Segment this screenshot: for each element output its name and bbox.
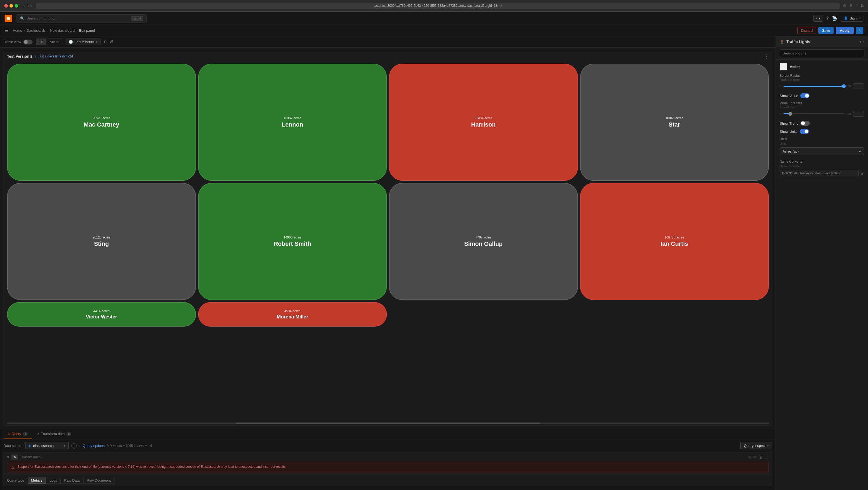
close-button[interactable] <box>4 4 8 8</box>
stat-value: 15387 acres <box>284 116 302 120</box>
tab-query-label: Query <box>12 432 21 436</box>
query-type-raw-data[interactable]: Raw Data <box>61 477 83 484</box>
stat-card-victor-wester[interactable]: 4414 acres Victor Wester <box>7 302 196 327</box>
query-options-toggle[interactable]: Query options <box>83 444 105 448</box>
stat-card-morena-miller[interactable]: 4594 acres Morena Miller <box>198 302 387 327</box>
more-icon[interactable]: ⋮ <box>765 455 769 459</box>
query-collapse-icon[interactable]: ▾ <box>7 455 9 460</box>
query-type-metrics[interactable]: Metrics <box>28 477 46 484</box>
discard-button[interactable]: Discard <box>797 27 816 34</box>
breadcrumb-sep-1: › <box>24 28 25 33</box>
stat-name: Star <box>669 121 680 128</box>
zoom-out-icon[interactable]: ⊖ <box>104 39 107 44</box>
chevron-right-icon[interactable]: › <box>863 39 864 44</box>
forward-icon[interactable]: › <box>31 3 33 8</box>
eye-icon[interactable]: 👁 <box>753 455 757 459</box>
br-thumb[interactable] <box>842 84 846 88</box>
dropdown-icon[interactable]: ▾ <box>859 39 862 44</box>
stat-card-harrison[interactable]: 91404 acres Harrison <box>389 64 578 181</box>
new-item-button[interactable]: + ▾ <box>813 15 823 22</box>
tab-query-badge: 1 <box>23 432 28 436</box>
download-icon[interactable]: ⊕ <box>843 3 846 8</box>
refresh-icon[interactable]: ↺ <box>110 39 113 44</box>
panel-options-button[interactable]: ⋮ <box>764 54 769 59</box>
stat-card-ian-curtis[interactable]: 168736 acres Ian Curtis <box>580 183 769 300</box>
minimize-button[interactable] <box>9 4 13 8</box>
apply-button[interactable]: Apply <box>836 27 854 34</box>
stat-card-star[interactable]: 10049 acres Star <box>580 64 769 181</box>
panel-header: Test Version 2 ℹ Last 2 days timeshift -… <box>4 51 772 62</box>
breadcrumb-new-dashboard[interactable]: New dashboard <box>50 28 74 33</box>
tabs-icon[interactable]: ⧉ <box>861 3 864 8</box>
new-tab-icon[interactable]: + <box>856 3 858 8</box>
search-bar[interactable]: 🔍 Search or jump to... cmd+k <box>17 14 147 23</box>
show-units-toggle[interactable] <box>800 129 809 134</box>
fs-thumb[interactable] <box>788 112 792 116</box>
border-radius-slider: 0 100 100 <box>780 84 864 89</box>
color-swatch[interactable] <box>780 63 787 70</box>
fs-min: 5 <box>780 112 781 116</box>
delete-icon[interactable]: 🗑 <box>759 455 763 459</box>
query-type-logs[interactable]: Logs <box>46 477 60 484</box>
color-label: #etftet <box>790 65 800 69</box>
units-select[interactable]: Acres (ac) ▾ <box>780 148 864 155</box>
collapse-button[interactable]: ∧ <box>856 27 863 34</box>
dashboard-panel: Test Version 2 ℹ Last 2 days timeshift -… <box>3 51 772 425</box>
search-options-input[interactable] <box>780 49 864 57</box>
datasource-select[interactable]: ◈ elasticsearch ▾ <box>25 442 69 449</box>
font-size-label: Value Font Size <box>780 101 864 105</box>
show-trend-toggle[interactable] <box>801 121 810 126</box>
topbar: ⊕ 🔍 Search or jump to... cmd+k + ▾ ? 📡 👤… <box>0 12 868 25</box>
right-panel-search <box>776 47 868 60</box>
datasource-info-icon[interactable]: i <box>71 443 77 449</box>
time-range-picker[interactable]: 🕐 Last 6 hours ▾ <box>66 38 100 45</box>
name-converter-input[interactable]: fbc6c30b-0bbb-4d47-8e66-4ec5aa8c0a94:N <box>780 170 859 176</box>
window-controls-icon[interactable]: ⊞ <box>22 3 25 8</box>
fs-track[interactable] <box>783 113 844 115</box>
panel-toolbar: Table view Fill Actual 🕐 Last 6 hours ▾ … <box>0 36 776 48</box>
maximize-button[interactable] <box>14 4 18 8</box>
back-icon[interactable]: ‹ <box>27 3 29 8</box>
actual-button[interactable]: Actual <box>46 38 62 45</box>
tab-query[interactable]: ≡ Query 1 <box>3 429 32 439</box>
fill-button[interactable]: Fill <box>36 38 46 45</box>
scroll-thumb[interactable] <box>236 423 540 424</box>
stat-name: Mac Cartney <box>84 121 119 128</box>
br-fill <box>783 86 844 87</box>
stat-card-sting[interactable]: 26126 acres Sting <box>7 183 196 300</box>
table-view-switch[interactable] <box>23 39 33 44</box>
share-icon[interactable]: ⬆ <box>849 3 853 8</box>
show-units-label: Show Units <box>780 130 798 134</box>
sign-in-button[interactable]: 👤 Sign in <box>841 15 863 22</box>
units-value: Acres (ac) <box>783 149 799 153</box>
menu-icon[interactable]: ☰ <box>5 28 8 33</box>
search-shortcut: cmd+k <box>131 16 143 21</box>
font-size-input[interactable]: 16 <box>853 111 864 117</box>
scroll-indicator <box>7 423 769 424</box>
browser-url-bar[interactable]: localhost:3000/d/a730c496-5b42-4650-8f59… <box>36 3 840 9</box>
help-icon[interactable]: ? <box>826 16 829 21</box>
stat-value: 4594 acres <box>284 309 300 313</box>
stat-card-mac-cartney[interactable]: 26525 acres Mac Cartney <box>7 64 196 181</box>
stat-card-simon-gallup[interactable]: 7707 acres Simon Gallup <box>389 183 578 300</box>
query-type-raw-document[interactable]: Raw Document <box>83 477 114 484</box>
stat-card-robert-smith[interactable]: 14966 acres Robert Smith <box>198 183 387 300</box>
tab-transform[interactable]: ⤢ Transform data 0 <box>32 429 75 439</box>
breadcrumb-home[interactable]: Home <box>13 28 22 33</box>
stat-value: 10049 acres <box>665 116 683 120</box>
border-radius-input[interactable]: 100 <box>853 84 864 89</box>
query-inspector-button[interactable]: Query inspector <box>740 442 772 449</box>
notification-icon[interactable]: 📡 <box>832 16 837 21</box>
breadcrumb-dashboards[interactable]: Dashboards <box>27 28 45 33</box>
reload-icon[interactable]: ↺ <box>499 4 502 8</box>
name-converter-delete-icon[interactable]: 🗑 <box>860 171 864 175</box>
br-track[interactable] <box>783 86 844 87</box>
topbar-right: + ▾ ? 📡 👤 Sign in <box>813 15 863 22</box>
br-max: 100 <box>846 85 851 88</box>
border-radius-sublabel: Radius of panel <box>780 78 864 81</box>
save-button[interactable]: Save <box>818 27 834 34</box>
info-icon: ℹ <box>35 55 37 58</box>
stat-card-lennon[interactable]: 15387 acres Lennon <box>198 64 387 181</box>
copy-icon[interactable]: ⎘ <box>749 455 751 459</box>
show-value-toggle[interactable] <box>800 93 809 98</box>
